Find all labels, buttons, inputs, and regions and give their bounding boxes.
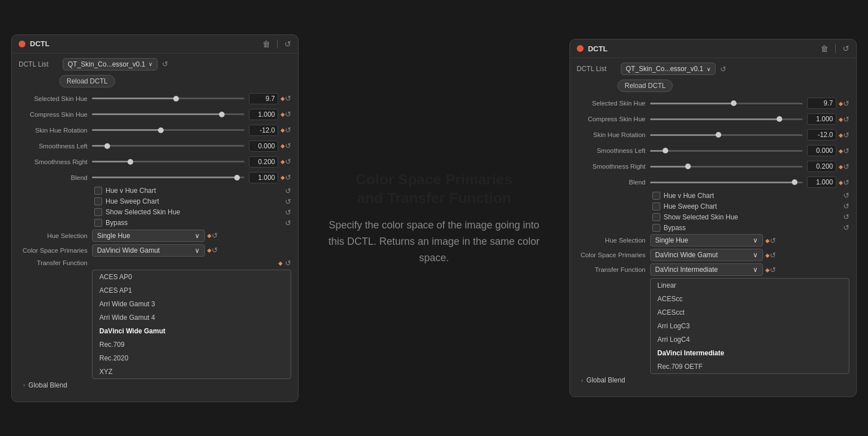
diamond-transfer-left[interactable]: ◆ [278,260,283,266]
reset-bypass-right[interactable]: ↺ [843,223,849,232]
reset-show-skin-left[interactable]: ↺ [285,208,291,217]
dctl-reset-left[interactable]: ↺ [162,60,168,68]
value-blend-right[interactable] [807,177,836,188]
dctl-list-dropdown-left[interactable]: QT_Skin_Co...essor_v0.1 ∨ [63,58,157,71]
option-aces-ap0-left[interactable]: ACES AP0 [93,270,291,284]
option-acescct-right[interactable]: ACEScct [651,306,849,319]
option-acescc-right[interactable]: ACEScc [651,292,849,306]
option-aces-ap1-left[interactable]: ACES AP1 [93,284,291,297]
option-linear-right[interactable]: Linear [651,279,849,292]
value-rotation-left[interactable] [249,125,278,136]
expand-icon-left[interactable]: › [23,382,25,388]
reset-bypass-left[interactable]: ↺ [285,219,291,227]
diamond-blend-right[interactable]: ◆ [839,179,843,186]
slider-smooth-left-right[interactable] [650,150,803,152]
option-davinci-wg-left[interactable]: DaVinci Wide Gamut [93,324,291,338]
option-arri-wg3-left[interactable]: Arri Wide Gamut 3 [93,297,291,311]
checkbox-show-skin-box-left[interactable] [94,208,102,216]
slider-rotation-left[interactable] [92,129,244,131]
slider-compress-left[interactable] [92,113,244,115]
diamond-rotation-right[interactable]: ◆ [839,132,843,138]
diamond-skin-hue-left[interactable]: ◆ [280,95,285,102]
value-compress-left[interactable] [249,109,278,120]
option-rec709-left[interactable]: Rec.709 [93,338,291,351]
reset-compress-left[interactable]: ↺ [285,110,291,118]
diamond-smooth-left-right[interactable]: ◆ [839,148,843,154]
reset-transfer-right[interactable]: ↺ [770,266,776,274]
reset-color-space-right[interactable]: ↺ [770,251,776,259]
reload-btn-right[interactable]: Reload DCTL [617,80,673,92]
dctl-list-dropdown-right[interactable]: QT_Skin_Co...essor_v0.1 ∨ [621,63,716,75]
diamond-transfer-right[interactable]: ◆ [765,267,770,273]
reset-hue-v-hue-right[interactable]: ↺ [843,191,849,200]
value-skin-hue-left[interactable] [249,93,278,104]
diamond-hue-sel-right[interactable]: ◆ [765,237,770,244]
diamond-hue-sel-left[interactable]: ◆ [207,232,212,239]
slider-skin-hue-right[interactable] [650,103,803,104]
checkbox-bypass-box-left[interactable] [94,219,102,227]
reset-icon-header-left[interactable]: ↺ [284,39,291,49]
reset-blend-right[interactable]: ↺ [843,178,849,187]
diamond-smooth-right-left[interactable]: ◆ [280,158,285,165]
value-smooth-left-left[interactable] [249,140,278,152]
reload-btn-left[interactable]: Reload DCTL [59,75,115,87]
diamond-color-space-right[interactable]: ◆ [765,252,770,258]
checkbox-hue-sweep-box-left[interactable] [94,197,102,205]
reset-hue-v-hue-left[interactable]: ↺ [285,187,291,195]
diamond-smooth-left-left[interactable]: ◆ [280,143,285,149]
trash-icon-right[interactable]: 🗑 [821,44,828,53]
value-skin-hue-right[interactable] [807,98,836,109]
reset-skin-hue-left[interactable]: ↺ [285,94,291,103]
value-smooth-left-right[interactable] [807,145,836,156]
color-space-dropdown-left[interactable]: DaVinci Wide Gamut ∨ [92,244,205,257]
hue-selection-dropdown-left[interactable]: Single Hue ∨ [92,230,205,242]
checkbox-hue-v-hue-box-right[interactable] [652,192,660,200]
diamond-compress-right[interactable]: ◆ [839,116,843,122]
option-arri-logc3-right[interactable]: Arri LogC3 [651,319,849,333]
slider-blend-left[interactable] [92,177,244,178]
expand-icon-right[interactable]: › [581,377,583,384]
reset-color-space-left[interactable]: ↺ [212,246,218,254]
slider-blend-right[interactable] [650,182,803,183]
value-blend-left[interactable] [249,172,278,183]
transfer-fn-dropdown-right[interactable]: DaVinci Intermediate ∨ [650,263,763,276]
checkbox-bypass-box-right[interactable] [652,224,660,232]
reset-blend-left[interactable]: ↺ [285,173,291,182]
checkbox-hue-v-hue-box-left[interactable] [94,187,102,195]
reset-rotation-right[interactable]: ↺ [843,131,849,139]
option-rec2020-left[interactable]: Rec.2020 [93,351,291,365]
reset-transfer-left[interactable]: ↺ [285,259,291,267]
diamond-color-space-left[interactable]: ◆ [207,247,212,253]
reset-smooth-right-left[interactable]: ↺ [285,157,291,166]
reset-smooth-left-right[interactable]: ↺ [843,147,849,155]
option-arri-wg4-left[interactable]: Arri Wide Gamut 4 [93,311,291,324]
option-xyz-left[interactable]: XYZ [93,365,291,378]
slider-compress-right[interactable] [650,118,803,120]
slider-skin-hue-left[interactable] [92,98,244,99]
reset-rotation-left[interactable]: ↺ [285,126,291,134]
trash-icon-left[interactable]: 🗑 [262,39,270,49]
reset-smooth-left-left[interactable]: ↺ [285,142,291,150]
reset-hue-sweep-left[interactable]: ↺ [285,197,291,206]
dctl-reset-right[interactable]: ↺ [720,65,726,73]
diamond-compress-left[interactable]: ◆ [280,111,285,117]
value-smooth-right-left[interactable] [249,156,278,168]
value-rotation-right[interactable] [807,129,836,140]
slider-smooth-left-left[interactable] [92,145,244,147]
slider-smooth-right-left[interactable] [92,161,244,162]
option-rec709-oetf-right[interactable]: Rec.709 OETF [651,360,849,373]
value-smooth-right-right[interactable] [807,161,836,172]
checkbox-show-skin-box-right[interactable] [652,213,660,221]
reset-skin-hue-right[interactable]: ↺ [843,99,849,108]
reset-hue-sel-left[interactable]: ↺ [212,231,218,240]
reset-smooth-right-right[interactable]: ↺ [843,162,849,171]
option-arri-logc4-right[interactable]: Arri LogC4 [651,333,849,346]
option-davinci-intermediate-right[interactable]: DaVinci Intermediate [651,346,849,360]
reset-hue-sweep-right[interactable]: ↺ [843,202,849,210]
diamond-skin-hue-right[interactable]: ◆ [839,100,843,107]
slider-rotation-right[interactable] [650,134,803,136]
slider-smooth-right-right[interactable] [650,166,803,168]
reset-icon-header-right[interactable]: ↺ [843,44,849,53]
color-space-dropdown-right[interactable]: DaVinci Wide Gamut ∨ [650,249,763,261]
reset-show-skin-right[interactable]: ↺ [843,213,849,221]
